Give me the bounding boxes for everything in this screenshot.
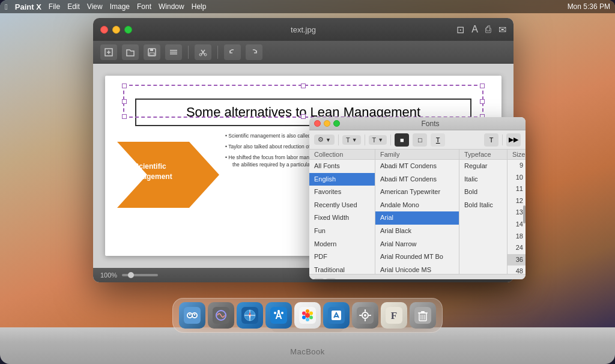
svg-point-38 xyxy=(306,318,309,321)
handle-mid-right[interactable] xyxy=(480,99,485,104)
collection-recently-used[interactable]: Recently Used xyxy=(309,199,375,212)
svg-text:Management: Management xyxy=(128,172,172,181)
fullscreen-icon[interactable]: ⊡ xyxy=(456,24,464,35)
typeface-regular[interactable]: Regular xyxy=(459,160,507,173)
handle-top-right[interactable] xyxy=(480,83,485,88)
collection-favorites[interactable]: Favorites xyxy=(309,186,375,199)
typeface-bold-italic[interactable]: Bold Italic xyxy=(459,199,507,212)
handle-bot-mid[interactable] xyxy=(301,114,306,119)
fonts-remove-collection[interactable]: − xyxy=(326,278,336,279)
fonts-maximize-button[interactable] xyxy=(333,120,340,127)
fonts-panel-title: Fonts xyxy=(340,120,521,128)
family-arial[interactable]: Arial xyxy=(375,211,459,225)
svg-point-36 xyxy=(309,312,313,315)
size-18[interactable]: 18 xyxy=(507,231,526,243)
selection-box xyxy=(123,85,483,118)
window-titlebar: text.jpg ⊡ A ⎙ ✉ xyxy=(93,18,514,41)
collection-traditional[interactable]: Traditional xyxy=(309,264,375,274)
fonts-text-button[interactable]: T xyxy=(484,133,498,147)
dock-item-safari[interactable] xyxy=(237,302,263,329)
fonts-style-dropdown[interactable]: T ▼ xyxy=(369,135,387,145)
fonts-gear-button[interactable]: ⚙ ▼ xyxy=(314,135,335,145)
dock-item-photos[interactable] xyxy=(294,302,321,329)
typeface-italic[interactable]: Italic xyxy=(459,173,507,186)
share-icon[interactable]: ✉ xyxy=(498,24,506,35)
family-arial-black[interactable]: Arial Black xyxy=(375,225,459,238)
collection-english[interactable]: English xyxy=(309,173,375,186)
dock-item-appstore[interactable]: A xyxy=(265,302,292,329)
save-button[interactable] xyxy=(144,44,160,60)
handle-top-left[interactable] xyxy=(122,83,127,88)
menu-image[interactable]: Image xyxy=(110,2,130,11)
zoom-slider-thumb[interactable] xyxy=(128,272,134,278)
family-abadi-condensed-2[interactable]: Abadi MT Condens xyxy=(375,173,459,186)
undo-button[interactable] xyxy=(224,44,241,60)
text-icon[interactable]: A xyxy=(471,24,478,35)
collection-fun[interactable]: Fun xyxy=(309,225,375,238)
fonts-controls xyxy=(314,120,340,127)
settings-button[interactable] xyxy=(165,44,182,60)
fonts-color-outline[interactable]: □ xyxy=(413,133,427,147)
handle-mid-left[interactable] xyxy=(122,99,127,104)
typeface-bold[interactable]: Bold xyxy=(459,186,507,199)
menu-help[interactable]: Help xyxy=(192,2,207,11)
collection-pdf[interactable]: PDF xyxy=(309,250,375,264)
print-icon[interactable]: ⎙ xyxy=(485,24,491,35)
menu-font[interactable]: Font xyxy=(137,2,151,11)
new-button[interactable] xyxy=(100,44,117,60)
size-24[interactable]: 24 xyxy=(507,242,526,254)
fonts-underline[interactable]: T xyxy=(431,133,445,147)
size-12[interactable]: 12 xyxy=(507,195,526,207)
window-close-button[interactable] xyxy=(100,26,108,34)
dock-item-siri[interactable] xyxy=(208,302,234,329)
redo-button[interactable] xyxy=(246,44,262,60)
menu-file[interactable]: File xyxy=(49,2,60,11)
fonts-close-button[interactable] xyxy=(314,120,321,127)
dock-item-paintx[interactable] xyxy=(323,302,350,329)
family-andale-mono[interactable]: Andale Mono xyxy=(375,199,459,212)
svg-point-34 xyxy=(305,313,310,318)
fonts-size-dropdown[interactable]: T ▼ xyxy=(342,135,361,145)
zoom-slider[interactable] xyxy=(122,274,158,276)
open-button[interactable] xyxy=(122,44,139,60)
menu-view[interactable]: View xyxy=(87,2,103,11)
family-arial-narrow[interactable]: Arial Narrow xyxy=(375,238,459,251)
handle-top-mid[interactable] xyxy=(301,83,306,88)
apple-menu[interactable]:  xyxy=(5,2,8,11)
collection-all-fonts[interactable]: All Fonts xyxy=(309,160,375,173)
collection-column: All Fonts English Favorites Recently Use… xyxy=(309,160,375,274)
fonts-minimize-button[interactable] xyxy=(324,120,330,127)
menu-edit[interactable]: Edit xyxy=(67,2,80,11)
dock-item-system-preferences[interactable] xyxy=(352,302,378,329)
size-11[interactable]: 11 xyxy=(507,183,526,195)
family-abadi-condensed-1[interactable]: Abadi MT Condens xyxy=(375,160,459,173)
family-arial-unicode[interactable]: Arial Unicode MS xyxy=(375,264,459,274)
window-maximize-button[interactable] xyxy=(124,26,132,34)
cut-button[interactable] xyxy=(195,44,211,60)
dock-item-finder[interactable] xyxy=(179,302,205,329)
fonts-expand-button[interactable]: ▶▶ xyxy=(506,133,521,147)
family-arial-rounded[interactable]: Arial Rounded MT Bo xyxy=(375,250,459,264)
size-48[interactable]: 48 xyxy=(507,265,526,274)
dock-item-font-book[interactable]: F xyxy=(381,302,407,329)
collection-fixed-width[interactable]: Fixed Width xyxy=(309,211,375,225)
size-9[interactable]: 9 xyxy=(507,160,526,172)
fonts-toolbar: ⚙ ▼ T ▼ T ▼ ■ □ T T ▶▶ xyxy=(309,130,526,150)
collection-modern[interactable]: Modern xyxy=(309,238,375,251)
size-column: 9 10 11 12 13 14 18 24 36 48 xyxy=(507,160,526,274)
app-name[interactable]: Paint X xyxy=(15,2,41,11)
size-scrollbar[interactable] xyxy=(523,205,526,223)
fonts-color-black[interactable]: ■ xyxy=(395,133,409,147)
menu-window[interactable]: Window xyxy=(159,2,184,11)
family-american-typewriter[interactable]: American Typewriter xyxy=(375,186,459,199)
window-minimize-button[interactable] xyxy=(112,26,120,34)
fonts-col-headers: Collection Family Typeface Size xyxy=(309,150,526,160)
size-36[interactable]: 36 xyxy=(507,254,526,266)
handle-bot-left[interactable] xyxy=(122,114,127,119)
fonts-add-collection[interactable]: + xyxy=(314,278,324,279)
svg-rect-4 xyxy=(170,50,177,51)
typeface-header: Typeface xyxy=(459,150,507,159)
dock-item-trash[interactable] xyxy=(410,302,436,329)
svg-rect-48 xyxy=(365,319,366,321)
size-10[interactable]: 10 xyxy=(507,172,526,184)
